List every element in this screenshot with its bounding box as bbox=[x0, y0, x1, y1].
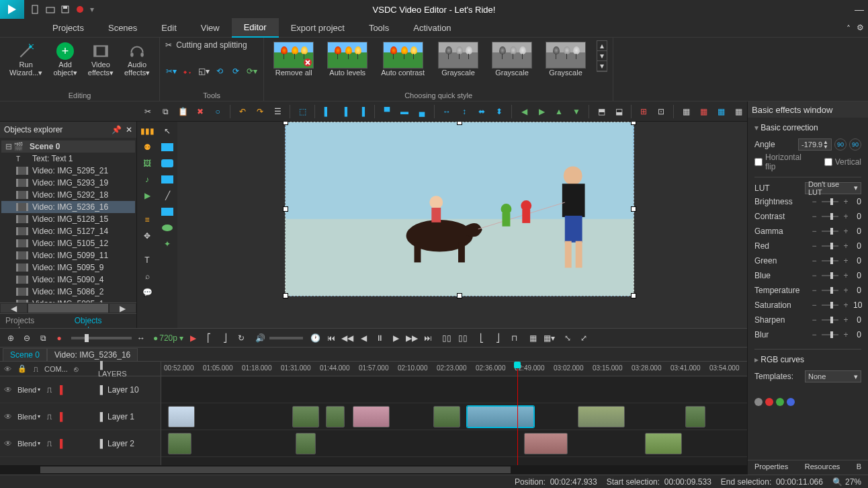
tab-projects-explorer[interactable]: Projects explorer bbox=[0, 314, 69, 328]
grid-a-button[interactable]: ▦ bbox=[679, 105, 693, 118]
tree-scrollbar[interactable]: ◀▶ bbox=[0, 302, 136, 313]
redo-button[interactable]: ↷ bbox=[253, 105, 267, 118]
zoom-control[interactable]: 🔍 27% bbox=[832, 477, 861, 487]
refresh-icon[interactable]: ⟳▾ bbox=[246, 65, 258, 77]
cut-icon[interactable]: ✂▾ bbox=[165, 65, 177, 77]
grid-d-button[interactable]: ▦ bbox=[732, 105, 745, 118]
layers-menu-icon[interactable]: ▌ bbox=[98, 360, 107, 370]
tl-range-a-button[interactable]: ⎡ bbox=[202, 331, 216, 345]
tl-layout-a-button[interactable]: ▦ bbox=[526, 331, 539, 345]
fx-icon[interactable]: ▌ bbox=[58, 439, 67, 448]
tree-item[interactable]: Video: IMG_5293_19 bbox=[1, 177, 135, 189]
slider-green[interactable]: Green−+0 bbox=[754, 253, 861, 268]
tab-b[interactable]: B bbox=[850, 460, 868, 475]
rgb-curves-header[interactable]: RGB curves bbox=[754, 355, 861, 364]
track-layer-2[interactable] bbox=[161, 430, 747, 457]
basic-correction-header[interactable]: Basic correction bbox=[754, 123, 861, 132]
style-auto-contrast[interactable]: Auto contrast bbox=[377, 40, 429, 78]
slider-red[interactable]: Red−+0 bbox=[754, 239, 861, 253]
tree-item[interactable]: Video: IMG_5236_16 bbox=[1, 201, 135, 213]
tl-prev-button[interactable]: ◀◀ bbox=[341, 331, 354, 345]
visibility-all-icon[interactable]: 👁 bbox=[4, 365, 13, 373]
same-width-button[interactable]: ⬌ bbox=[475, 105, 488, 118]
same-height-button[interactable]: ⬍ bbox=[492, 105, 506, 118]
audio-effects-button[interactable]: Audioeffects▾ bbox=[120, 40, 154, 78]
record-icon[interactable] bbox=[75, 5, 85, 14]
rotate-90-ccw-button[interactable]: 90 bbox=[834, 138, 847, 151]
slider-brightness[interactable]: Brightness−+0 bbox=[754, 194, 861, 209]
fx-icon[interactable]: ▌ bbox=[58, 412, 67, 421]
align-bottom-button[interactable]: ▄ bbox=[415, 105, 429, 118]
speech-icon[interactable]: 💬 bbox=[140, 286, 154, 299]
style-grayscale-1[interactable]: Grayscale bbox=[434, 40, 482, 78]
wave-icon[interactable]: ⎍ bbox=[44, 385, 54, 395]
distribute-h-button[interactable]: ↔ bbox=[440, 105, 453, 118]
visibility-icon[interactable]: 👁 bbox=[4, 439, 13, 448]
save-icon[interactable] bbox=[60, 5, 70, 14]
undo-button[interactable]: ↶ bbox=[236, 105, 249, 118]
menu-edit[interactable]: Edit bbox=[149, 19, 188, 37]
swatch-blue-3[interactable] bbox=[161, 175, 173, 184]
visibility-icon[interactable]: 👁 bbox=[4, 412, 13, 421]
settings-col-icon[interactable]: ⎋ bbox=[72, 364, 81, 374]
tl-step-fwd-button[interactable]: ▶ bbox=[389, 331, 402, 345]
snap-a-button[interactable]: ⊞ bbox=[637, 105, 650, 118]
tree-item[interactable]: Video: IMG_5099_11 bbox=[1, 249, 135, 261]
freeform-icon[interactable]: ✦ bbox=[161, 237, 174, 251]
snap-b-button[interactable]: ⊡ bbox=[654, 105, 668, 118]
new-icon[interactable] bbox=[31, 5, 40, 14]
shape-circle-button[interactable]: ○ bbox=[211, 105, 224, 118]
move-tool-icon[interactable]: ✥ bbox=[140, 229, 154, 243]
menu-editor[interactable]: Editor bbox=[232, 18, 279, 38]
tl-step-back-button[interactable]: ◀ bbox=[357, 331, 370, 345]
swatch-blue-2[interactable] bbox=[161, 159, 173, 167]
layer-menu-icon[interactable]: ▌ bbox=[98, 412, 107, 421]
menu-view[interactable]: View bbox=[189, 19, 232, 37]
align-center-h-button[interactable]: ▐ bbox=[338, 105, 351, 118]
slider-saturation[interactable]: Saturation−+10 bbox=[754, 298, 861, 313]
tl-snap-button[interactable]: ⊓ bbox=[507, 331, 521, 345]
slider-temperature[interactable]: Temperature−+0 bbox=[754, 283, 861, 298]
clip[interactable] bbox=[326, 406, 345, 428]
tl-last-button[interactable]: ⏭ bbox=[421, 331, 435, 345]
layer-menu-icon[interactable]: ▌ bbox=[98, 439, 107, 448]
select-all-button[interactable]: ⬚ bbox=[296, 105, 309, 118]
hflip-checkbox[interactable]: Horizontal flip bbox=[754, 153, 811, 171]
tl-range-b-button[interactable]: ⎦ bbox=[218, 331, 232, 345]
tl-link-button[interactable]: ⧉ bbox=[36, 331, 50, 345]
lock-all-icon[interactable]: 🔒 bbox=[17, 364, 27, 374]
rotate-right-icon[interactable]: ⟳ bbox=[230, 65, 242, 77]
objects-tree[interactable]: ⊟🎬 Scene 0 TText: Text 1Video: IMG_5295_… bbox=[0, 138, 136, 302]
cut-split-label[interactable]: Cutting and splitting bbox=[176, 40, 247, 50]
paste-button[interactable]: 📋 bbox=[176, 105, 189, 118]
menu-projects[interactable]: Projects bbox=[40, 19, 96, 37]
tl-split-a-button[interactable]: ▯▯ bbox=[440, 331, 453, 345]
tl-resolution-select[interactable]: ● 720p ▾ bbox=[153, 333, 183, 343]
grid-c-button[interactable]: ▦ bbox=[714, 105, 728, 118]
panel-close-icon[interactable]: ✕ bbox=[126, 125, 132, 134]
style-grayscale-3[interactable]: Grayscale bbox=[541, 40, 590, 78]
tree-item[interactable]: Video: IMG_5086_2 bbox=[1, 286, 135, 298]
tooltip-icon[interactable]: ⌕ bbox=[140, 270, 154, 283]
menu-export[interactable]: Export project bbox=[279, 19, 357, 37]
align-left-button[interactable]: ▌ bbox=[320, 105, 334, 118]
timeline-tab-scene[interactable]: Scene 0 bbox=[3, 348, 47, 361]
track-layer-1[interactable] bbox=[161, 403, 747, 430]
tl-add-button[interactable]: ⊕ bbox=[4, 331, 17, 345]
audio-obj-icon[interactable]: ♪ bbox=[140, 173, 154, 186]
tl-record-button[interactable]: ● bbox=[52, 331, 66, 345]
marker-icon[interactable]: ⬥▾ bbox=[181, 65, 193, 77]
clip[interactable] bbox=[168, 406, 195, 428]
tree-root[interactable]: ⊟🎬 Scene 0 bbox=[1, 140, 135, 153]
layer-row[interactable]: 👁Blend ▾⎍▌▌ Layer 10 bbox=[0, 376, 161, 403]
tl-next-button[interactable]: ▶▶ bbox=[405, 331, 419, 345]
angle-input[interactable]: -179.9▲▼ bbox=[798, 138, 832, 151]
tl-clock-button[interactable]: 🕐 bbox=[308, 331, 322, 345]
tl-markout-button[interactable]: ⎦ bbox=[491, 331, 505, 345]
delete-button[interactable]: ✖ bbox=[193, 105, 207, 118]
menu-scenes[interactable]: Scenes bbox=[96, 19, 149, 37]
style-remove-all[interactable]: Remove all bbox=[269, 40, 318, 78]
tab-properties[interactable]: Properties ... bbox=[748, 460, 798, 475]
ribbon-collapse-icon[interactable]: ˄ bbox=[847, 24, 851, 34]
visibility-icon[interactable]: 👁 bbox=[4, 385, 13, 395]
